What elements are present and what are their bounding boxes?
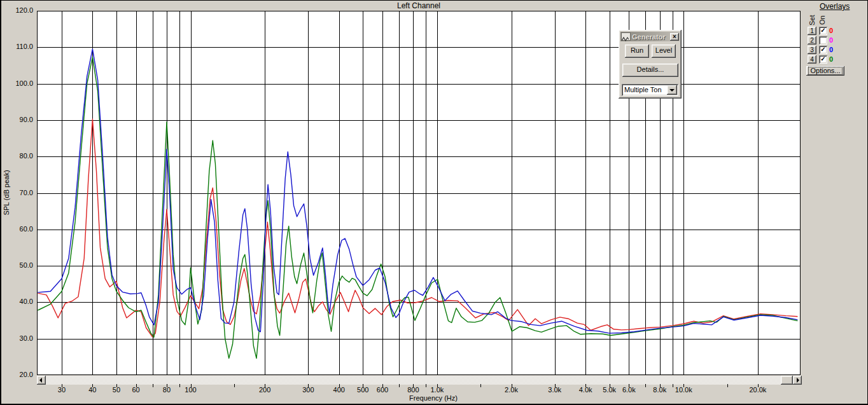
overlays-title: Overlays	[820, 2, 850, 11]
x-tick-label: 4.0k	[579, 386, 592, 394]
signal-type-dropdown[interactable]: Multiple Ton	[622, 84, 678, 96]
x-tick-label: 3.0k	[548, 386, 561, 394]
x-tick-label: 60	[132, 386, 139, 394]
x-tick-mark	[480, 384, 481, 387]
x-tick-mark	[426, 384, 426, 387]
y-tick-label: 100.0	[15, 79, 33, 87]
y-tick-label: 20.0	[20, 371, 33, 378]
waveform-icon	[621, 32, 631, 41]
y-tick-label: 80.0	[20, 152, 33, 160]
y-tick-label: 40.0	[20, 298, 33, 305]
overlay-value-4: 0	[829, 55, 833, 63]
generator-dialog-title: Generator	[632, 33, 670, 41]
y-axis-title: SPL (dB peak)	[3, 170, 10, 215]
dropdown-button[interactable]	[667, 85, 677, 95]
horizontal-scrollbar[interactable]	[37, 376, 802, 385]
x-tick-label: 100	[185, 386, 196, 394]
spectrum-chart	[37, 11, 801, 375]
scrollbar-thumb[interactable]	[781, 376, 793, 385]
level-button[interactable]: Level	[652, 45, 676, 58]
x-tick-label: 40	[88, 386, 96, 394]
plot-area	[37, 11, 801, 375]
y-tick-label: 110.0	[16, 43, 33, 50]
x-axis-title: Frequency (Hz)	[409, 394, 458, 402]
x-tick-mark	[673, 384, 673, 387]
scroll-left-button[interactable]	[37, 376, 46, 385]
x-tick-label: 300	[302, 386, 314, 394]
y-tick-label: 30.0	[20, 334, 33, 342]
x-tick-label: 200	[259, 386, 270, 394]
chart-title: Left Channel	[37, 1, 801, 10]
x-tick-label: 80	[163, 386, 171, 394]
scroll-right-button[interactable]	[793, 376, 802, 385]
y-tick-label: 60.0	[20, 225, 33, 233]
x-tick-label: 800	[407, 386, 419, 394]
options-button[interactable]: Options...	[806, 66, 844, 76]
run-button[interactable]: Run	[625, 45, 649, 58]
x-tick-label: 6.0k	[622, 386, 636, 394]
x-tick-label: 50	[113, 386, 120, 394]
close-icon[interactable]: ×	[670, 33, 679, 41]
right-arrow-icon	[797, 378, 799, 383]
x-tick-mark	[179, 384, 180, 387]
overlay-on-checkbox-1[interactable]: ✓	[819, 27, 827, 35]
overlay-on-checkbox-2[interactable]	[819, 36, 827, 45]
x-tick-label: 20.0k	[749, 386, 766, 394]
chevron-down-icon	[669, 89, 675, 92]
overlay-value-1: 0	[829, 27, 833, 34]
x-tick-label: 10.0k	[675, 386, 692, 394]
y-tick-label: 70.0	[20, 189, 33, 196]
x-tick-label: 1.0k	[430, 386, 444, 394]
overlay-value-3: 0	[829, 46, 833, 53]
overlays-set-column-label: Set	[808, 15, 816, 25]
x-tick-label: 600	[377, 386, 388, 394]
x-tick-label: 400	[333, 386, 345, 394]
y-tick-label: 90.0	[20, 116, 33, 123]
overlay-set-button-4[interactable]: 4	[808, 55, 816, 64]
x-tick-mark	[153, 384, 153, 387]
x-tick-label: 5.0k	[603, 386, 616, 394]
y-tick-label: 120.0	[15, 6, 33, 14]
overlays-on-column-label: On	[818, 15, 826, 25]
left-arrow-icon	[39, 378, 42, 383]
overlay-value-2: 0	[829, 36, 833, 44]
x-tick-mark	[399, 384, 400, 387]
generator-dialog-titlebar[interactable]: Generator ×	[620, 32, 680, 41]
overlay-set-button-2[interactable]: 2	[808, 36, 816, 45]
x-tick-label: 30	[58, 386, 66, 394]
x-tick-label: 8.0k	[653, 386, 666, 394]
signal-type-value: Multiple Ton	[624, 86, 662, 93]
overlay-set-button-3[interactable]: 3	[808, 46, 816, 54]
x-tick-mark	[727, 384, 728, 387]
overlay-on-checkbox-3[interactable]: ✓	[819, 46, 827, 54]
x-tick-label: 500	[357, 386, 368, 394]
overlay-set-button-1[interactable]: 1	[808, 27, 816, 35]
x-tick-mark	[234, 384, 235, 387]
generator-dialog: Generator × Run Level Details... Multipl…	[619, 30, 682, 99]
x-tick-label: 2.0k	[505, 386, 518, 394]
overlay-on-checkbox-4[interactable]: ✓	[819, 55, 827, 64]
x-tick-mark	[645, 384, 646, 387]
details-button[interactable]: Details...	[622, 64, 678, 77]
y-tick-label: 50.0	[20, 261, 33, 269]
